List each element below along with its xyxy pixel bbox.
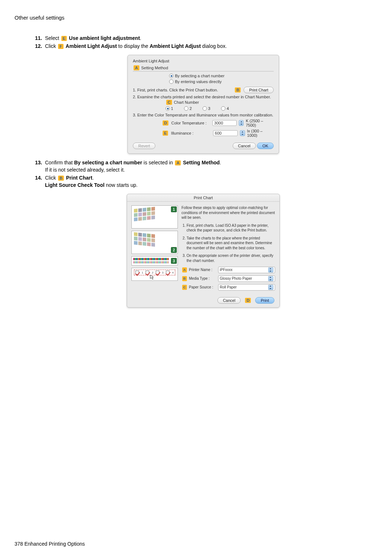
step-number: 12. bbox=[29, 43, 45, 49]
radio-by-values[interactable]: By entering values directly bbox=[169, 79, 274, 84]
chart-opt-2[interactable]: 2 bbox=[184, 106, 192, 111]
footer-section: Enhanced Printing Options bbox=[23, 541, 85, 547]
n: 3 bbox=[162, 271, 163, 274]
thumbnail-column: 1 2 3 1 bbox=[131, 205, 178, 293]
text: Select bbox=[45, 35, 61, 41]
label: Chart Number bbox=[173, 100, 199, 104]
step3-text: 3. Enter the Color Temperature and Illum… bbox=[133, 113, 274, 117]
list-item: On the appropriate screen of the printer… bbox=[187, 253, 275, 263]
radio-icon bbox=[169, 79, 173, 84]
paper-select[interactable]: Roll Paper bbox=[218, 284, 275, 291]
list-item: First, print charts. Load ISO A3 paper i… bbox=[187, 223, 275, 233]
text: is selected in bbox=[144, 160, 175, 165]
radio-by-chart-number[interactable]: By selecting a chart number bbox=[169, 74, 274, 78]
check-icon bbox=[135, 271, 139, 274]
text-bold: Ambient Light Adjust bbox=[150, 43, 201, 49]
text: . bbox=[220, 160, 221, 165]
illuminance-stepper[interactable] bbox=[240, 130, 245, 136]
media-type-row: B Media Type : Glossy Photo Paper bbox=[181, 275, 275, 282]
group-label: Setting Method bbox=[140, 66, 168, 70]
label: Paper Source : bbox=[189, 285, 217, 290]
step1-row: 1. First, print charts. Click the Print … bbox=[133, 87, 274, 93]
chart-opt-4[interactable]: 4 bbox=[221, 106, 229, 111]
print-button[interactable]: Print bbox=[255, 297, 274, 304]
text: . bbox=[140, 35, 141, 41]
thumb-badge: 1 bbox=[171, 206, 177, 212]
print-chart-dialog: Print Chart 1 2 bbox=[127, 194, 280, 308]
intro-text: Follow these steps to apply optimal colo… bbox=[181, 205, 275, 220]
ambient-light-adjust-dialog: Ambient Light Adjust A Setting Method By… bbox=[127, 55, 279, 154]
step-number: 14. bbox=[29, 175, 45, 188]
text: Click bbox=[45, 175, 57, 181]
n: 4 bbox=[172, 271, 173, 274]
color-temp-stepper[interactable] bbox=[239, 120, 244, 126]
page-header: Other useful settings bbox=[15, 15, 377, 21]
color-temp-input[interactable]: 3000 bbox=[212, 120, 236, 126]
cancel-button[interactable]: Cancel bbox=[217, 297, 241, 304]
media-select[interactable]: Glossy Photo Paper bbox=[218, 275, 275, 282]
dialog-title: Print Chart bbox=[127, 194, 279, 202]
print-chart-button[interactable]: Print Chart bbox=[244, 87, 274, 93]
range-text: K (2500 – 7500) bbox=[246, 119, 274, 127]
badge-b: B bbox=[235, 87, 241, 93]
chart-number-label: C Chart Number bbox=[166, 100, 274, 105]
text: Click bbox=[45, 43, 57, 49]
radio-label: By entering values directly bbox=[175, 79, 221, 84]
step-number: 13. bbox=[29, 160, 45, 173]
n: 2 bbox=[152, 271, 153, 274]
badge-d: D bbox=[163, 120, 168, 126]
printer-select[interactable]: iPFxxxx bbox=[218, 267, 275, 273]
text: 1. First, print charts. Click the Print … bbox=[133, 88, 232, 92]
badge-b: B bbox=[182, 276, 187, 281]
check-icon bbox=[146, 271, 149, 274]
ok-button[interactable]: OK bbox=[257, 143, 274, 149]
dialog-title: Ambient Light Adjust bbox=[133, 59, 274, 63]
text-bold: Print Chart bbox=[66, 175, 92, 181]
thumbnail-2: 2 bbox=[131, 231, 178, 254]
text: dialog box. bbox=[202, 43, 227, 49]
n: 1 bbox=[142, 271, 143, 274]
badge-e: E bbox=[61, 36, 67, 41]
label: Color Temperature : bbox=[171, 121, 210, 125]
thumb-badge: 3 bbox=[171, 258, 177, 264]
step-12: 12. Click F Ambient Light Adjust to disp… bbox=[29, 43, 377, 49]
setting-method-group: A Setting Method bbox=[133, 65, 274, 71]
opt-label: 1 bbox=[171, 106, 173, 111]
text: . bbox=[92, 175, 94, 181]
page-number: 378 bbox=[15, 541, 23, 547]
page-footer: 378 Enhanced Printing Options bbox=[15, 541, 85, 547]
step-13: 13. Confirm that By selecting a chart nu… bbox=[29, 160, 377, 173]
illuminance-row: E Illuminance : 600 lx (300 – 1000) bbox=[162, 129, 274, 138]
chevron-updown-icon bbox=[268, 276, 273, 281]
thumbnail-4: 1 2 3 4 bbox=[131, 268, 178, 281]
step-11: 11. Select E Use ambient light adjustmen… bbox=[29, 35, 377, 41]
list-item: Take the charts to the place where the p… bbox=[187, 236, 275, 251]
opt-label: 4 bbox=[226, 106, 229, 111]
thumb-badge: 2 bbox=[171, 247, 177, 253]
text: Confirm that bbox=[45, 160, 74, 165]
opt-label: 2 bbox=[189, 106, 192, 111]
range-text: lx (300 – 1000) bbox=[247, 129, 274, 138]
text: now starts up. bbox=[105, 182, 138, 188]
text: If it is not selected already, select it… bbox=[45, 167, 377, 173]
radio-icon bbox=[184, 106, 188, 111]
step2-text: 2. Examine the charts printed and select… bbox=[133, 95, 274, 99]
thumbnail-3: 3 bbox=[131, 256, 178, 266]
check-icon bbox=[166, 271, 170, 274]
chart-opt-1[interactable]: 1 bbox=[166, 106, 173, 111]
paper-source-row: C Paper Source : Roll Paper bbox=[181, 284, 275, 291]
radio-icon bbox=[221, 106, 225, 111]
cancel-button[interactable]: Cancel bbox=[233, 143, 256, 149]
text: to display the bbox=[118, 43, 150, 49]
badge-b: B bbox=[58, 176, 64, 181]
revert-button[interactable]: Revert bbox=[133, 143, 155, 149]
illuminance-input[interactable]: 600 bbox=[213, 130, 238, 136]
badge-f: F bbox=[58, 44, 64, 49]
label: Media Type : bbox=[189, 276, 217, 281]
badge-a: A bbox=[182, 267, 187, 272]
chart-opt-3[interactable]: 3 bbox=[203, 106, 210, 111]
chevron-updown-icon bbox=[268, 285, 273, 290]
badge-a: A bbox=[134, 65, 139, 70]
text-bold: Use ambient light adjustment bbox=[69, 35, 140, 41]
text-bold: By selecting a chart number bbox=[74, 160, 142, 165]
